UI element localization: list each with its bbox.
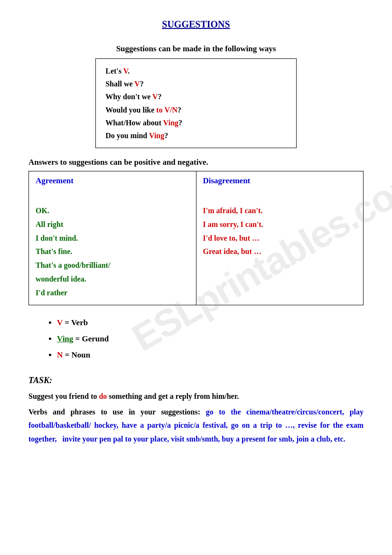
task-label-text: TASK: (28, 376, 52, 385)
task-line2: Verbs and phrases to use in your suggest… (28, 405, 364, 446)
phrase-4: Would you like to V/N? (105, 103, 287, 116)
disagreement-item-great: Great idea, but … (203, 245, 357, 259)
agreement-disagreement-table: Agreement OK. All right I don't mind. Th… (28, 171, 364, 305)
agreement-item-fine: That's fine. (36, 245, 189, 259)
disagreement-content: I'm afraid, I can't. I am sorry, I can't… (203, 190, 357, 259)
phrase-6: Do you mind Ving? (105, 129, 287, 142)
task-line1: Suggest you friend to do something and g… (28, 390, 364, 404)
agreement-header: Agreement (36, 176, 189, 186)
task-section: TASK: Suggest you friend to do something… (28, 373, 364, 447)
agreement-item-good: That's a good/brilliant/wonderful idea. (36, 259, 189, 286)
agreement-item-1 (36, 190, 189, 204)
answers-title: Answers to suggestions can be positive a… (28, 158, 364, 167)
phrase-3: Why don't we V? (105, 90, 287, 103)
disagreement-item-afraid: I'm afraid, I can't. (203, 204, 357, 218)
subtitle: Suggestions can be made in the following… (28, 44, 364, 54)
page-title: SUGGESTIONS (28, 19, 364, 30)
legend-gerund: Ving = Gerund (57, 331, 364, 347)
legend-verb: V = Verb (57, 315, 364, 331)
disagreement-item-sorry: I am sorry, I can't. (203, 218, 357, 232)
phrase-2: Shall we V? (105, 77, 287, 90)
agreement-item-allright: All right (36, 218, 189, 232)
legend-list: V = Verb Ving = Gerund N = Noun (47, 315, 364, 363)
phrases-box: Let's V. Shall we V? Why don't we V? Wou… (95, 58, 297, 148)
legend-noun: N = Noun (57, 347, 364, 363)
phrase-5: What/How about Ving? (105, 116, 287, 129)
task-label: TASK: (28, 373, 364, 388)
disagreement-item-1 (203, 190, 357, 204)
agreement-item-ok: OK. (36, 204, 189, 218)
disagreement-header: Disagreement (203, 176, 357, 186)
agreement-item-dontmind: I don't mind. (36, 232, 189, 245)
agreement-content: OK. All right I don't mind. That's fine.… (36, 190, 189, 300)
agreement-item-rather: I'd rather (36, 286, 189, 300)
disagreement-item-love: I'd love to, but … (203, 232, 357, 245)
phrase-1: Let's V. (105, 65, 287, 77)
